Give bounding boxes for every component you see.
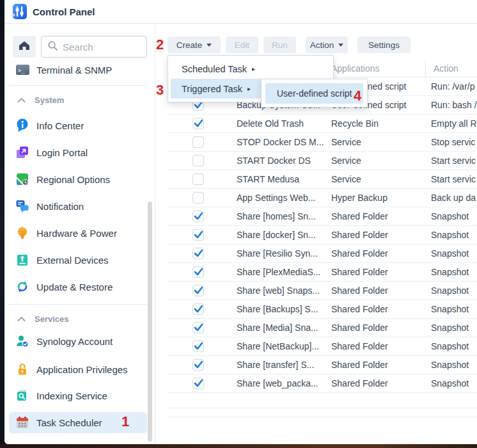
sidebar-divider bbox=[9, 304, 147, 305]
action-cell: Back up da bbox=[431, 193, 476, 203]
sidebar-item-synology-account[interactable]: Synology Account bbox=[4, 328, 154, 355]
task-name-cell: Share [Resilio Syn... bbox=[237, 248, 318, 259]
info-center-icon bbox=[15, 118, 29, 132]
task-name-cell: Delete Old Trash bbox=[237, 118, 304, 129]
edit-button[interactable]: Edit bbox=[226, 36, 258, 53]
check-icon bbox=[194, 323, 203, 332]
create-button-label: Create bbox=[176, 40, 203, 50]
table-row[interactable]: App Settings Web... Hyper Backup Back up… bbox=[168, 189, 477, 207]
sidebar-scrollbar-thumb[interactable] bbox=[148, 202, 152, 442]
table-row[interactable]: Share [web] Snaps... Shared Folder Snaps… bbox=[168, 282, 477, 300]
table-row[interactable]: STOP Docker DS M... Service Stop servic bbox=[168, 133, 477, 152]
table-row[interactable]: Delete Old Trash Recycle Bin Empty all R bbox=[168, 115, 477, 133]
table-tail-line bbox=[168, 408, 477, 408]
application-privileges-icon bbox=[15, 363, 29, 376]
annotation-4: 4 bbox=[354, 88, 361, 104]
column-header-action[interactable]: Action bbox=[434, 63, 458, 74]
table-row[interactable]: Share [NetBackup]... Shared Folder Snaps… bbox=[168, 337, 477, 356]
sidebar-item-label: Terminal & SNMP bbox=[36, 65, 112, 76]
row-checkbox[interactable] bbox=[192, 340, 204, 352]
column-header-applications[interactable]: Applications bbox=[331, 63, 380, 74]
application-cell: Shared Folder bbox=[331, 230, 388, 240]
task-name-cell: Share [homes] Sn... bbox=[237, 211, 316, 221]
login-portal-icon bbox=[15, 146, 29, 159]
sidebar-item-label: Update & Restore bbox=[36, 282, 113, 292]
row-checkbox[interactable] bbox=[192, 303, 204, 315]
task-name-cell: Share [web] Snaps... bbox=[237, 285, 320, 296]
application-cell: Service bbox=[331, 156, 361, 166]
action-cell: Snapshot bbox=[431, 378, 469, 388]
table-row[interactable]: START Medusa Service Start servic bbox=[168, 170, 477, 189]
action-cell: Run: bash / bbox=[431, 100, 477, 110]
sidebar-item-label: Application Privileges bbox=[36, 364, 128, 375]
sidebar-item-update-restore[interactable]: Update & Restore bbox=[4, 273, 154, 300]
run-button-label: Run bbox=[272, 40, 288, 50]
menu-item-user-defined-script[interactable]: User-defined script bbox=[265, 83, 363, 104]
application-cell: Hyper Backup bbox=[331, 193, 387, 203]
application-cell: Shared Folder bbox=[331, 360, 388, 370]
row-checkbox[interactable] bbox=[192, 136, 204, 148]
row-checkbox[interactable] bbox=[192, 378, 204, 389]
action-cell: Snapshot bbox=[431, 248, 469, 259]
task-name-cell: STOP Docker DS M... bbox=[237, 137, 324, 147]
menu-item-scheduled-task[interactable]: Scheduled Task ▸ bbox=[171, 59, 331, 79]
task-name-cell: Share [PlexMediaS... bbox=[237, 267, 321, 277]
row-checkbox[interactable] bbox=[192, 118, 204, 129]
section-label: Services bbox=[35, 314, 69, 324]
task-name-cell: Share [Backups] S... bbox=[237, 304, 318, 314]
table-row[interactable]: Share [web_packa... Shared Folder Snapsh… bbox=[168, 374, 477, 393]
table-row[interactable]: Share [homes] Sn... Shared Folder Snapsh… bbox=[168, 207, 477, 226]
home-icon bbox=[19, 40, 30, 53]
sidebar-item-regional-options[interactable]: Regional Options bbox=[4, 166, 154, 193]
sidebar-item-label: Indexing Service bbox=[36, 390, 107, 401]
row-checkbox[interactable] bbox=[192, 285, 204, 296]
table-row[interactable]: Share [docker] Sn... Shared Folder Snaps… bbox=[168, 226, 477, 244]
action-button-label: Action bbox=[310, 40, 334, 50]
table-row[interactable]: Share [Resilio Syn... Shared Folder Snap… bbox=[168, 244, 477, 263]
action-cell: Stop servic bbox=[431, 137, 475, 147]
sidebar-item-indexing-service[interactable]: Indexing Service bbox=[4, 382, 154, 409]
action-button[interactable]: Action bbox=[306, 36, 348, 53]
action-cell: Snapshot bbox=[431, 360, 469, 370]
sidebar-section-system[interactable]: System bbox=[4, 90, 154, 109]
row-checkbox[interactable] bbox=[192, 322, 204, 333]
table-row[interactable]: Share [Media] Sna... Shared Folder Snaps… bbox=[168, 319, 477, 337]
action-cell: Snapshot bbox=[431, 211, 469, 221]
row-checkbox[interactable] bbox=[192, 359, 204, 371]
row-checkbox[interactable] bbox=[192, 211, 204, 222]
table-row[interactable]: Share [Backups] S... Shared Folder Snaps… bbox=[168, 300, 477, 319]
column-separator[interactable] bbox=[425, 60, 426, 77]
sidebar-item-notification[interactable]: Notification bbox=[4, 193, 154, 220]
search-input[interactable] bbox=[63, 42, 136, 52]
annotation-2: 2 bbox=[156, 36, 164, 53]
submenu-arrow-icon: ▸ bbox=[247, 85, 251, 92]
regional-options-icon bbox=[15, 173, 29, 186]
create-button[interactable]: Create bbox=[168, 36, 221, 53]
application-cell: Shared Folder bbox=[331, 323, 388, 333]
sidebar-section-services[interactable]: Services bbox=[4, 309, 154, 328]
table-row[interactable]: Share [transfer] S... Shared Folder Snap… bbox=[168, 356, 477, 374]
run-button[interactable]: Run bbox=[263, 36, 296, 53]
row-checkbox[interactable] bbox=[192, 173, 204, 185]
sidebar-item-label: Notification bbox=[36, 201, 84, 212]
table-row[interactable]: START Docker DS Service Start servic bbox=[168, 152, 477, 170]
sidebar-item-info-center[interactable]: Info Center bbox=[4, 112, 154, 139]
row-checkbox[interactable] bbox=[192, 229, 204, 241]
row-checkbox[interactable] bbox=[192, 192, 204, 204]
action-cell: Snapshot bbox=[431, 304, 469, 314]
triggered-task-submenu: User-defined script bbox=[261, 79, 368, 108]
settings-button[interactable]: Settings bbox=[357, 36, 411, 53]
home-button[interactable] bbox=[13, 36, 36, 58]
search-box[interactable] bbox=[41, 36, 147, 58]
sidebar-item-external-devices[interactable]: External Devices bbox=[4, 246, 154, 273]
row-checkbox[interactable] bbox=[192, 266, 204, 278]
sidebar-item-login-portal[interactable]: Login Portal bbox=[4, 139, 154, 166]
action-cell: Start servic bbox=[431, 174, 476, 184]
row-checkbox[interactable] bbox=[192, 248, 204, 259]
sidebar-item-hardware-power[interactable]: 1 Hardware & Power bbox=[4, 220, 154, 246]
sidebar-item-terminal-snmp[interactable]: >_ Terminal & SNMP bbox=[4, 56, 154, 83]
sidebar-item-application-privileges[interactable]: Application Privileges bbox=[4, 356, 154, 383]
table-row[interactable]: Share [PlexMediaS... Shared Folder Snaps… bbox=[168, 263, 477, 282]
row-checkbox[interactable] bbox=[192, 155, 204, 166]
sidebar-item-task-scheduler[interactable]: Task Scheduler bbox=[4, 409, 154, 436]
